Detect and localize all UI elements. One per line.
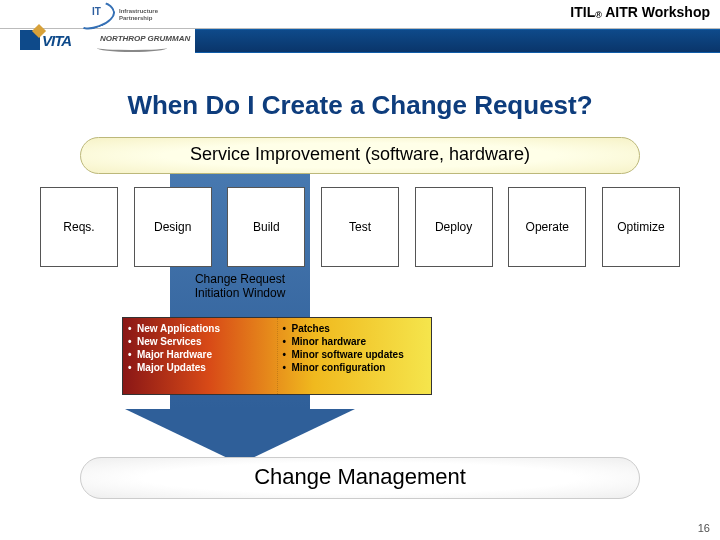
stage-box: Design bbox=[134, 187, 212, 267]
list-item: Major Updates bbox=[127, 362, 273, 374]
list-item: New Applications bbox=[127, 323, 273, 335]
stage-box: Build bbox=[227, 187, 305, 267]
list-item: Minor configuration bbox=[282, 362, 428, 374]
stage-box: Deploy bbox=[415, 187, 493, 267]
service-improvement-pill: Service Improvement (software, hardware) bbox=[80, 137, 640, 174]
stage-box: Operate bbox=[508, 187, 586, 267]
list-item: Major Hardware bbox=[127, 349, 273, 361]
page-number: 16 bbox=[698, 522, 710, 534]
vita-logo: VITA bbox=[20, 30, 71, 50]
northrop-grumman-logo: NORTHROP GRUMMAN bbox=[100, 34, 190, 43]
registered-mark: ® bbox=[595, 10, 602, 20]
header-title-suffix: AITR Workshop bbox=[602, 4, 710, 20]
ng-logo-text: NORTHROP GRUMMAN bbox=[100, 34, 190, 43]
header-title: ITIL® AITR Workshop bbox=[570, 4, 710, 20]
itp-line2: Partnership bbox=[119, 15, 152, 21]
slide-header: ITIL® AITR Workshop Infrastructure Partn… bbox=[0, 0, 720, 76]
minor-changes-column: Patches Minor hardware Minor software up… bbox=[277, 318, 432, 394]
stage-row: Reqs. Design Build Test Deploy Operate O… bbox=[40, 187, 680, 267]
vita-logo-text: VITA bbox=[42, 32, 71, 49]
list-item: Minor software updates bbox=[282, 349, 428, 361]
major-changes-column: New Applications New Services Major Hard… bbox=[123, 318, 277, 394]
list-item: Patches bbox=[282, 323, 428, 335]
flow-arrow-head-icon bbox=[125, 409, 355, 464]
change-categories-box: New Applications New Services Major Hard… bbox=[122, 317, 432, 395]
stage-box: Test bbox=[321, 187, 399, 267]
diagram: Service Improvement (software, hardware)… bbox=[40, 137, 680, 507]
vita-mark-icon bbox=[20, 30, 40, 50]
list-item: Minor hardware bbox=[282, 336, 428, 348]
ng-swoosh-icon bbox=[97, 44, 167, 52]
header-title-prefix: ITIL bbox=[570, 4, 595, 20]
stage-box: Optimize bbox=[602, 187, 680, 267]
itp-logo-text: Infrastructure Partnership bbox=[119, 8, 158, 22]
change-request-window-label: Change Request Initiation Window bbox=[170, 272, 310, 300]
crw-line1: Change Request bbox=[195, 272, 285, 286]
itp-line1: Infrastructure bbox=[119, 8, 158, 14]
itp-logo: Infrastructure Partnership bbox=[75, 2, 158, 28]
list-item: New Services bbox=[127, 336, 273, 348]
change-management-pill: Change Management bbox=[80, 457, 640, 499]
header-blue-bar bbox=[195, 30, 720, 52]
slide-title: When Do I Create a Change Request? bbox=[0, 90, 720, 121]
crw-line2: Initiation Window bbox=[195, 286, 286, 300]
stage-box: Reqs. bbox=[40, 187, 118, 267]
